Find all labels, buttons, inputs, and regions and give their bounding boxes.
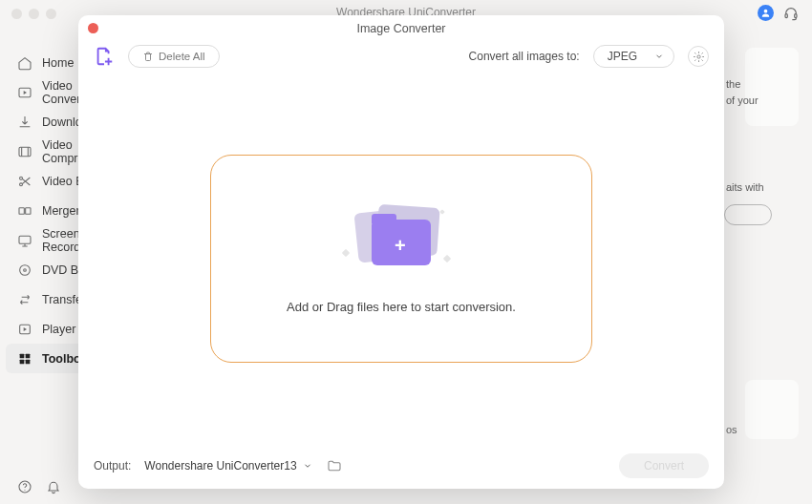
compress-icon bbox=[17, 144, 32, 159]
download-icon bbox=[17, 115, 32, 130]
scissors-icon bbox=[17, 174, 32, 189]
background-text-fragment: of your bbox=[726, 93, 783, 109]
delete-all-label: Delete All bbox=[159, 51, 205, 62]
support-headset-icon[interactable] bbox=[783, 6, 799, 21]
background-text-fragment: the bbox=[726, 76, 783, 93]
svg-point-19 bbox=[696, 54, 699, 57]
modal-title: Image Converter bbox=[78, 15, 724, 35]
svg-rect-13 bbox=[20, 353, 25, 358]
modal-toolbar: Delete All Convert all images to: JPEG bbox=[78, 35, 724, 75]
chevron-down-icon bbox=[303, 461, 312, 471]
help-icon[interactable] bbox=[17, 479, 32, 494]
svg-rect-7 bbox=[19, 207, 24, 214]
background-pill bbox=[724, 204, 772, 225]
merger-icon bbox=[17, 203, 32, 219]
convert-button-label: Convert bbox=[644, 459, 684, 472]
screen-recorder-icon bbox=[17, 233, 32, 248]
play-icon bbox=[17, 322, 32, 337]
minimize-dot-disabled bbox=[29, 9, 39, 19]
traffic-lights bbox=[11, 9, 56, 19]
user-avatar-icon[interactable] bbox=[758, 5, 774, 21]
video-converter-icon bbox=[17, 85, 32, 100]
svg-rect-8 bbox=[26, 207, 31, 214]
svg-point-6 bbox=[20, 182, 23, 185]
home-icon bbox=[17, 55, 32, 71]
svg-rect-4 bbox=[19, 147, 31, 156]
svg-point-10 bbox=[20, 264, 31, 275]
output-format-dropdown[interactable]: JPEG bbox=[593, 45, 674, 68]
top-right-controls bbox=[758, 5, 799, 21]
drop-area-wrap: + Add or Drag files here to start conver… bbox=[78, 75, 724, 441]
close-icon[interactable] bbox=[88, 23, 98, 33]
file-drop-zone[interactable]: + Add or Drag files here to start conver… bbox=[210, 155, 592, 363]
svg-rect-1 bbox=[785, 13, 787, 17]
sidebar-item-label: Home bbox=[42, 56, 74, 70]
background-text: the of your bbox=[726, 76, 783, 108]
svg-point-18 bbox=[24, 490, 25, 491]
settings-button[interactable] bbox=[688, 46, 709, 67]
drop-illustration: + bbox=[349, 202, 454, 279]
background-card bbox=[745, 380, 799, 439]
trash-icon bbox=[142, 51, 154, 62]
chevron-down-icon bbox=[654, 52, 664, 61]
svg-rect-2 bbox=[795, 13, 797, 17]
image-converter-modal: Image Converter Delete All Convert all i… bbox=[78, 15, 724, 489]
output-label: Output: bbox=[94, 459, 131, 472]
sidebar-bottom bbox=[17, 479, 61, 494]
output-path-dropdown[interactable]: Wondershare UniConverter13 bbox=[140, 456, 315, 475]
bell-icon[interactable] bbox=[46, 479, 61, 494]
transfer-icon bbox=[17, 292, 32, 307]
modal-bottom-bar: Output: Wondershare UniConverter13 Conve… bbox=[78, 441, 724, 489]
close-dot-disabled bbox=[11, 9, 22, 19]
disc-icon bbox=[17, 262, 32, 278]
delete-all-button[interactable]: Delete All bbox=[128, 45, 220, 68]
drop-instruction-text: Add or Drag files here to start conversi… bbox=[287, 300, 516, 314]
convert-button: Convert bbox=[619, 453, 709, 478]
format-selected: JPEG bbox=[608, 50, 637, 63]
add-file-icon[interactable] bbox=[94, 46, 115, 67]
plus-icon: + bbox=[395, 235, 406, 257]
svg-point-5 bbox=[20, 177, 23, 179]
toolbox-icon bbox=[17, 351, 32, 367]
open-folder-icon[interactable] bbox=[326, 458, 343, 473]
svg-rect-15 bbox=[20, 359, 25, 364]
svg-rect-9 bbox=[19, 236, 31, 243]
background-text: os bbox=[726, 424, 737, 435]
svg-point-0 bbox=[764, 10, 768, 13]
gear-icon bbox=[693, 51, 705, 63]
convert-all-label: Convert all images to: bbox=[469, 50, 580, 63]
zoom-dot-disabled bbox=[46, 9, 56, 19]
svg-point-11 bbox=[24, 268, 27, 271]
sidebar-item-label: Player bbox=[42, 323, 75, 336]
svg-rect-16 bbox=[26, 359, 31, 364]
background-text: aits with bbox=[726, 181, 793, 193]
sidebar-item-label: Merger bbox=[42, 204, 80, 218]
output-path-value: Wondershare UniConverter13 bbox=[144, 459, 296, 472]
svg-rect-14 bbox=[26, 353, 31, 358]
